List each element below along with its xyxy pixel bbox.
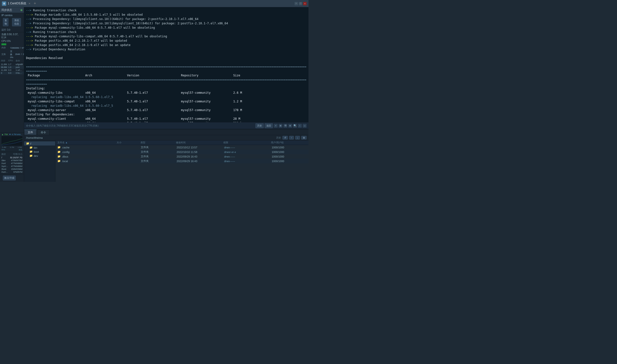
disk-row: /sys/...477M/486M: [0, 165, 24, 168]
sys-info-btn[interactable]: 系统信息: [12, 18, 21, 26]
activate-btn[interactable]: 激活/升级: [3, 176, 16, 181]
new-tab-btn[interactable]: +: [34, 1, 36, 6]
window-icon[interactable]: ☐: [303, 124, 307, 128]
tab-close-btn[interactable]: ✕: [29, 2, 30, 5]
fm-path: /home/itheima: [26, 136, 43, 139]
folder-icon: 📁: [57, 159, 61, 163]
fm-file-header: 文件名 ▲ 大小 类型 修改时间 权限 用户/用户组: [55, 141, 309, 145]
download2-btn[interactable]: ↓: [295, 136, 300, 140]
input-hint: 命令输入 (按ALT键提示历史,TAB键路径,ESC键返回,双击CTRL切换): [26, 124, 99, 128]
tab-label[interactable]: 1 CentOS系统: [8, 1, 26, 6]
refresh-btn[interactable]: ↺: [282, 136, 288, 140]
terminal-toolbar: 历史 追踪 ⚡ ⊞ ⧉ ⚙ 🔍 ↓ ☐: [255, 123, 307, 128]
sync-label: 同步状态: [1, 8, 12, 12]
trace-btn[interactable]: 追踪: [265, 123, 273, 128]
disk-row: /32.2G/37.7G: [0, 156, 24, 159]
fm-sidebar: 📁 / 📁 bin 📁 boot 📁: [24, 141, 55, 182]
cpu-bar: [1, 43, 6, 45]
fm-content: 📁 / 📁 bin 📁 boot 📁: [24, 141, 309, 182]
disk-header: 路径 可用/大小: [0, 153, 24, 156]
net-labels: 5.4M 3.7M 1.9M: [2, 146, 22, 148]
minimize-btn[interactable]: ─: [295, 2, 298, 5]
net-graph: [1, 136, 22, 146]
cpu-stat: CPU 6%: [0, 39, 24, 43]
grid-icon[interactable]: ⊞: [279, 124, 282, 128]
fm-toolbar: /home/itheima 历史 ↺ ↑ ↓ ⊞: [24, 135, 309, 141]
main-layout: 同步状态 IP centos 复制 系统信息 运行 1分 负载 0.58, 0.…: [0, 7, 309, 182]
new-folder-btn[interactable]: ⊞: [301, 136, 307, 140]
folder-icon: 📁: [29, 150, 33, 153]
file-row-dbus[interactable]: 📁.dbus 文件夹 2022/09/29 16:43 drwx------ 1…: [55, 154, 309, 159]
net-time: 0ms: [1, 149, 5, 151]
tree-item-dev[interactable]: 📁 dev: [24, 154, 55, 158]
cpu-bar-area: [0, 43, 24, 46]
hist-label: 历史: [276, 136, 281, 140]
sidebar: 同步状态 IP centos 复制 系统信息 运行 1分 负载 0.58, 0.…: [0, 7, 24, 182]
history-btn[interactable]: 历史: [255, 123, 264, 128]
disk-row: /run/477M/486M: [0, 162, 24, 165]
fm-files: 文件名 ▲ 大小 类型 修改时间 权限 用户/用户组 📁.cache 文件夹 2…: [55, 141, 309, 182]
disk-row: /dev470M/470M: [0, 159, 24, 162]
file-row-config[interactable]: 📁.config 文件夹 2022/10/10 11:58 drwxr-xr-x…: [55, 150, 309, 154]
load-stat: 负载 0.58, 0.37, 0.14: [0, 32, 24, 39]
tab-commands[interactable]: 命令: [37, 130, 50, 135]
maximize-btn[interactable]: □: [299, 2, 302, 5]
fm-tabs: 文件 命令: [24, 129, 309, 135]
file-row-cache[interactable]: 📁.cache 文件夹 2022/10/12 13:57 drwx------ …: [55, 145, 309, 150]
swap-row: 交换 交换 0% 264K/2G: [0, 50, 24, 59]
title-bar: 🖥 1 CentOS系统 ✕ + ─ □ ✕: [0, 0, 309, 7]
window-controls: ─ □ ✕: [295, 2, 307, 5]
process-row[interactable]: 00.33 ksoftirq: [0, 72, 24, 74]
process-header: 内存 CPU 命令: [0, 59, 24, 63]
process-row[interactable]: 99.8M1.0yum: [0, 66, 24, 69]
tree-item-bin[interactable]: 📁 bin: [24, 145, 55, 150]
copy2-icon[interactable]: ⧉: [283, 124, 287, 128]
tree-item-label: dev: [34, 155, 38, 157]
copy-btn[interactable]: 复制: [3, 18, 8, 26]
process-row[interactable]: 11.8M1.7urlgrabl: [0, 63, 24, 66]
net-section: ▲ 75K ▼ 4.7M ens... 5.4M 3.7M 1.9M 0ms 本…: [0, 132, 24, 152]
process-row[interactable]: 11.6M0.31 urlgrabl: [0, 69, 24, 72]
net-up-label: ▲ 75K: [1, 133, 8, 136]
tree-item-label: boot: [34, 150, 39, 153]
tree-item-label: bin: [34, 146, 37, 149]
terminal-input-bar: 命令输入 (按ALT键提示历史,TAB键路径,ESC键返回,双击CTRL切换) …: [24, 122, 309, 129]
tree-item-boot[interactable]: 📁 boot: [24, 150, 55, 154]
mem-row: 内存 728699M/972M: [0, 46, 24, 50]
terminal-input-field[interactable]: [101, 124, 254, 127]
right-panel: --> Running transaction check ---> Packa…: [24, 7, 309, 182]
close-btn[interactable]: ✕: [303, 2, 307, 5]
disk-row: /run/...97M/97M: [0, 170, 24, 173]
folder-icon: 📁: [57, 146, 61, 149]
net-down-label: ▼ 4.7M ens...: [9, 133, 22, 136]
sidebar-ip: IP centos: [0, 13, 24, 17]
folder-icon: 📁: [29, 154, 33, 157]
sidebar-header: 同步状态: [0, 7, 24, 13]
root-folder-icon: 📁: [26, 142, 29, 145]
disk-row: /boot150M/296M: [0, 168, 24, 170]
flash-icon[interactable]: ⚡: [274, 124, 278, 128]
file-row-local[interactable]: 📁.local 文件夹 2022/09/29 16:43 drwx------ …: [55, 159, 309, 163]
settings-icon[interactable]: ⚙: [288, 124, 292, 128]
download-icon[interactable]: ↓: [298, 124, 302, 128]
disk-section: 路径 可用/大小 /32.2G/37.7G /dev470M/470M /run…: [0, 152, 24, 174]
folder-icon: 📁: [57, 150, 61, 154]
search-icon[interactable]: 🔍: [293, 124, 297, 128]
net-machine: 本机: [19, 149, 22, 151]
terminal[interactable]: --> Running transaction check ---> Packa…: [24, 7, 309, 122]
file-manager: 文件 命令 /home/itheima 历史 ↺ ↑ ↓ ⊞ 📁 /: [24, 129, 309, 182]
run-info: 运行 1分: [0, 28, 24, 32]
sync-status-dot: [21, 9, 22, 11]
process-table: 内存 CPU 命令 11.8M1.7urlgrabl 99.8M1.0yum 1…: [0, 59, 24, 132]
tree-root-label: /: [30, 142, 31, 145]
tab-files[interactable]: 文件: [24, 130, 37, 135]
mem-section: 内存 728699M/972M 交换 交换 0% 264K/2G: [0, 46, 24, 59]
upload-btn[interactable]: ↑: [289, 136, 294, 140]
folder-icon: 📁: [29, 146, 33, 149]
tab-area: 🖥 1 CentOS系统 ✕ +: [2, 1, 36, 6]
tab-icon: 🖥: [2, 1, 6, 6]
folder-icon: 📁: [57, 155, 61, 158]
tree-item-root[interactable]: 📁 /: [24, 142, 55, 145]
